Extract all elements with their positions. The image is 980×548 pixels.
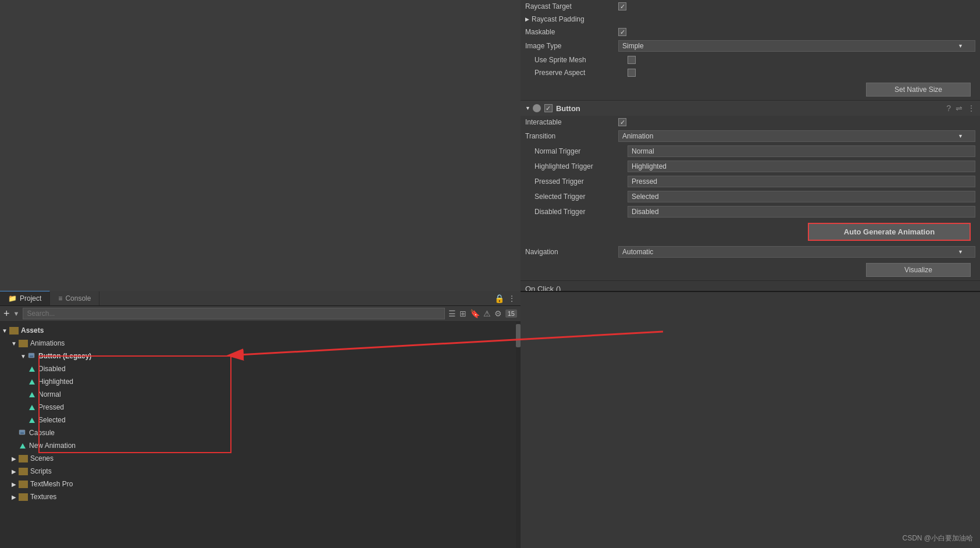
assets-folder-icon	[9, 327, 19, 335]
tree-item-disabled[interactable]: Disabled	[0, 362, 521, 375]
list-view-icon[interactable]: ☰	[448, 309, 456, 318]
animations-label: Animations	[30, 339, 65, 347]
badge-count: 15	[505, 309, 517, 318]
row-disabled-trigger: Disabled Trigger Disabled	[521, 204, 980, 219]
button-legacy-group: ▼ Button (Legacy) Disabled	[0, 350, 521, 426]
bookmark-icon[interactable]: 🔖	[470, 309, 480, 318]
raycast-padding-arrow[interactable]: ▶	[525, 16, 529, 22]
svg-rect-3	[20, 432, 24, 434]
raycast-target-label: Raycast Target	[525, 2, 618, 10]
scrollbar-thumb[interactable]	[516, 324, 521, 347]
raycast-target-check	[620, 3, 625, 10]
normal-trigger-label: Normal Trigger	[534, 147, 628, 155]
tab-project[interactable]: 📁 Project	[0, 291, 50, 305]
tree-item-selected[interactable]: Selected	[0, 414, 521, 426]
transition-dropdown[interactable]: Animation	[618, 130, 975, 142]
highlighted-label: Highlighted	[38, 378, 73, 386]
row-highlighted-trigger: Highlighted Trigger Highlighted	[521, 159, 980, 174]
disabled-label: Disabled	[38, 365, 66, 373]
auto-generate-button[interactable]: Auto Generate Animation	[808, 223, 971, 241]
scenes-arrow: ▶	[9, 456, 19, 462]
set-native-size-button[interactable]: Set Native Size	[866, 83, 971, 97]
svg-rect-1	[30, 355, 33, 357]
row-normal-trigger: Normal Trigger Normal	[521, 144, 980, 159]
row-preserve-aspect: Preserve Aspect	[521, 66, 980, 79]
scripts-label: Scripts	[30, 467, 52, 475]
new-animation-label: New Animation	[29, 442, 76, 450]
transition-label: Transition	[525, 132, 618, 140]
navigation-label: Navigation	[525, 248, 618, 256]
maskable-checkbox[interactable]	[618, 28, 626, 36]
tree-item-highlighted[interactable]: Highlighted	[0, 375, 521, 388]
warning-icon[interactable]: ⚠	[483, 309, 491, 318]
highlighted-anim-icon	[28, 378, 36, 386]
use-sprite-mesh-checkbox[interactable]	[628, 56, 636, 64]
new-anim-icon	[19, 442, 27, 450]
tree-item-scripts[interactable]: ▶ Scripts	[0, 465, 521, 478]
settings-icon[interactable]: ⚙	[494, 309, 502, 318]
dropdown-arrow[interactable]: ▼	[13, 310, 20, 317]
tree-item-textmesh[interactable]: ▶ TextMesh Pro	[0, 478, 521, 490]
maskable-label: Maskable	[525, 28, 618, 36]
interactable-checkbox[interactable]	[618, 118, 626, 126]
tree-item-assets[interactable]: ▼ Assets	[0, 324, 521, 337]
row-raycast-target: Raycast Target	[521, 0, 980, 13]
button-legacy-arrow: ▼	[19, 353, 28, 360]
inspector-panel: Raycast Target ▶ Raycast Padding Maskabl…	[521, 0, 980, 291]
selected-anim-icon	[28, 416, 36, 424]
tree-item-capsule[interactable]: Capsule	[0, 426, 521, 439]
row-image-type: Image Type Simple	[521, 38, 980, 54]
row-use-sprite-mesh: Use Sprite Mesh	[521, 54, 980, 66]
tree-item-pressed[interactable]: Pressed	[0, 401, 521, 414]
search-input[interactable]	[23, 308, 444, 319]
row-interactable: Interactable	[521, 116, 980, 129]
tab-console[interactable]: ≡ Console	[50, 291, 99, 305]
grid-view-icon[interactable]: ⊞	[459, 309, 466, 318]
preserve-aspect-checkbox[interactable]	[628, 69, 636, 77]
tree-item-normal[interactable]: Normal	[0, 388, 521, 401]
sliders-icon[interactable]: ⇌	[956, 104, 963, 113]
right-bottom-panel: CSDN @小白要加油哈	[521, 291, 980, 548]
normal-label: Normal	[38, 390, 61, 398]
tree-item-textures[interactable]: ▶ Textures	[0, 490, 521, 503]
project-panel: 📁 Project ≡ Console 🔒 ⋮ + ▼ ☰ ⊞	[0, 291, 521, 548]
raycast-target-checkbox[interactable]	[618, 2, 626, 10]
preserve-aspect-label: Preserve Aspect	[534, 69, 628, 77]
add-button[interactable]: +	[3, 308, 10, 319]
maskable-check	[620, 29, 625, 36]
folder-icon: 📁	[8, 294, 17, 303]
button-enabled-check	[546, 105, 551, 112]
navigation-dropdown[interactable]: Automatic	[618, 246, 975, 258]
raycast-padding-label: Raycast Padding	[532, 15, 625, 23]
scripts-folder-icon	[19, 468, 28, 475]
button-section-icons: ? ⇌ ⋮	[946, 104, 975, 113]
file-tree: ▼ Assets ▼ Animations	[0, 322, 521, 548]
button-section-arrow[interactable]: ▼	[525, 105, 530, 111]
selected-trigger-value: Selected	[628, 191, 975, 202]
overflow-icon[interactable]: ⋮	[967, 104, 975, 113]
row-pressed-trigger: Pressed Trigger Pressed	[521, 174, 980, 189]
pressed-anim-icon	[28, 403, 36, 411]
tree-item-animations[interactable]: ▼ Animations	[0, 337, 521, 350]
normal-anim-icon	[28, 390, 36, 398]
watermark: CSDN @小白要加油哈	[902, 533, 973, 543]
panel-tab-icons: 🔒 ⋮	[490, 294, 521, 303]
tree-item-scenes[interactable]: ▶ Scenes	[0, 452, 521, 465]
capsule-label: Capsule	[29, 429, 55, 437]
console-tab-label: Console	[65, 294, 91, 303]
help-icon[interactable]: ?	[946, 104, 951, 113]
more-icon[interactable]: ⋮	[508, 294, 516, 303]
visualize-button[interactable]: Visualize	[866, 263, 971, 277]
row-transition: Transition Animation	[521, 129, 980, 144]
console-icon: ≡	[58, 294, 62, 303]
tree-item-new-animation[interactable]: New Animation	[0, 439, 521, 452]
image-type-dropdown[interactable]: Simple	[618, 40, 975, 52]
row-navigation: Navigation Automatic	[521, 244, 980, 259]
textmesh-label: TextMesh Pro	[30, 480, 73, 488]
on-click-section: On Click () List is Empty	[521, 280, 980, 291]
tree-item-button-legacy[interactable]: ▼ Button (Legacy)	[0, 350, 521, 362]
textures-arrow: ▶	[9, 494, 19, 500]
button-enabled-checkbox[interactable]	[544, 104, 553, 112]
lock-icon[interactable]: 🔒	[494, 294, 504, 303]
panel-tabs: 📁 Project ≡ Console 🔒 ⋮	[0, 291, 521, 306]
